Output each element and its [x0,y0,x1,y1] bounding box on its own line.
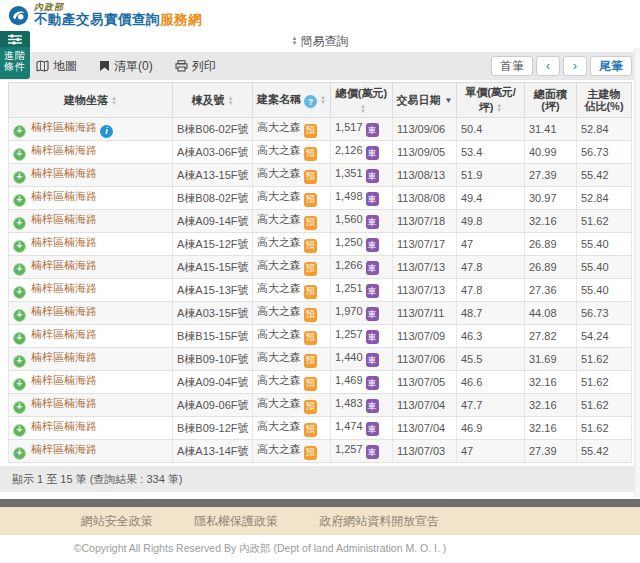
location-text: 楠梓區楠海路 [31,397,97,409]
print-label: 列印 [192,58,216,75]
expand-row-button[interactable]: + [13,424,26,437]
expand-row-button[interactable]: + [13,332,26,345]
unit-price: 47.7 [457,394,525,417]
table-row[interactable]: +楠梓區楠海路i B棟B06-02F號 高大之森預 1,517車 113/09/… [9,118,632,141]
first-page-button[interactable]: 首筆 [491,56,533,76]
advanced-criteria-tab[interactable]: 進階條件 [0,31,30,79]
info-icon[interactable]: i [100,125,113,138]
table-row[interactable]: +楠梓區楠海路i A棟A15-12F號 高大之森預 1,250車 113/07/… [9,233,632,256]
unit-price: 45.5 [457,348,525,371]
column-header-building[interactable]: 棟及號▲▼ [173,83,253,118]
total-area: 40.99 [525,141,577,164]
transaction-date: 113/07/13 [393,279,457,302]
sort-descending-icon: ▼ [445,96,453,105]
total-price-value: 1,498 [335,190,363,202]
total-price-value: 1,351 [335,167,363,179]
unit-price: 48.7 [457,302,525,325]
site-title-suffix: 服務網 [160,12,202,27]
project-name-text: 高大之森 [257,443,301,455]
transaction-date: 113/07/03 [393,440,457,463]
building-number: A棟A13-15F號 [173,164,253,187]
last-page-button[interactable]: 尾筆 [590,56,632,76]
main-building-ratio: 55.42 [577,440,632,463]
expand-row-button[interactable]: + [13,355,26,368]
expand-row-button[interactable]: + [13,401,26,414]
parking-badge: 車 [366,192,379,206]
table-row[interactable]: +楠梓區楠海路i B棟B09-10F號 高大之森預 1,440車 113/07/… [9,348,632,371]
parking-badge: 車 [366,215,379,229]
column-header-project[interactable]: 建案名稱?▲▼ [253,83,331,118]
location-text: 楠梓區楠海路 [31,374,97,386]
print-button[interactable]: 列印 [175,58,216,75]
expand-row-button[interactable]: + [13,217,26,230]
list-button[interactable]: 清單(0) [99,58,153,75]
expand-row-button[interactable]: + [13,194,26,207]
table-row[interactable]: +楠梓區楠海路i A棟A03-15F號 高大之森預 1,970車 113/07/… [9,302,632,325]
column-header-ratio[interactable]: 主建物佔比(%) [577,83,632,118]
footer-link-open-data[interactable]: 政府網站資料開放宣告 [319,513,439,530]
total-area: 27.36 [525,279,577,302]
building-number: A棟A09-04F號 [173,371,253,394]
footer-link-security-policy[interactable]: 網站安全政策 [81,513,153,530]
presale-badge: 預 [304,285,317,299]
unit-price: 46.6 [457,371,525,394]
unit-price: 47.8 [457,256,525,279]
expand-row-button[interactable]: + [13,171,26,184]
footer-link-privacy-policy[interactable]: 隱私權保護政策 [194,513,278,530]
transaction-date: 113/08/13 [393,164,457,187]
expand-row-button[interactable]: + [13,240,26,253]
presale-badge: 預 [304,377,317,391]
table-row[interactable]: +楠梓區楠海路i A棟A15-13F號 高大之森預 1,251車 113/07/… [9,279,632,302]
column-header-unit-price[interactable]: 單價(萬元/坪)▲▼ [457,83,525,118]
expand-row-button[interactable]: + [13,263,26,276]
expand-row-button[interactable]: + [13,447,26,460]
total-area: 30.97 [525,187,577,210]
table-row[interactable]: +楠梓區楠海路i A棟A09-14F號 高大之森預 1,560車 113/07/… [9,210,632,233]
location-text: 楠梓區楠海路 [31,351,97,363]
results-table-container: 建物坐落▲▼ 棟及號▲▼ 建案名稱?▲▼ 總價(萬元)▲▼ 交易日期▼ 單價(萬… [0,80,640,463]
table-row[interactable]: +楠梓區楠海路i B棟B15-15F號 高大之森預 1,257車 113/07/… [9,325,632,348]
location-text: 楠梓區楠海路 [31,282,97,294]
main-building-ratio: 55.40 [577,233,632,256]
table-row[interactable]: +楠梓區楠海路i A棟A15-15F號 高大之森預 1,266車 113/07/… [9,256,632,279]
table-row[interactable]: +楠梓區楠海路i A棟A03-06F號 高大之森預 2,126車 113/09/… [9,141,632,164]
query-mode-bar: ▲▼ 簡易查詢 [0,30,640,52]
expand-row-button[interactable]: + [13,125,26,138]
project-name-text: 高大之森 [257,282,301,294]
expand-row-button[interactable]: + [13,148,26,161]
sliders-icon [0,31,30,47]
total-price-value: 1,257 [335,443,363,455]
map-icon [36,60,49,72]
location-text: 楠梓區楠海路 [31,121,97,133]
table-row[interactable]: +楠梓區楠海路i A棟A09-06F號 高大之森預 1,483車 113/07/… [9,394,632,417]
main-building-ratio: 52.84 [577,187,632,210]
next-page-button[interactable]: › [563,56,587,76]
total-price-value: 1,483 [335,397,363,409]
prev-page-button[interactable]: ‹ [536,56,560,76]
transaction-date: 113/09/06 [393,118,457,141]
expand-row-button[interactable]: + [13,286,26,299]
query-mode-selector[interactable]: ▲▼ 簡易查詢 [292,33,349,50]
scrollbar-track[interactable] [634,48,640,498]
column-header-total-price[interactable]: 總價(萬元)▲▼ [331,83,393,118]
table-row[interactable]: +楠梓區楠海路i B棟B08-02F號 高大之森預 1,498車 113/08/… [9,187,632,210]
table-row[interactable]: +楠梓區楠海路i A棟A13-14F號 高大之森預 1,257車 113/07/… [9,440,632,463]
unit-price: 47.8 [457,279,525,302]
table-row[interactable]: +楠梓區楠海路i A棟A13-15F號 高大之森預 1,351車 113/08/… [9,164,632,187]
main-building-ratio: 51.62 [577,394,632,417]
table-row[interactable]: +楠梓區楠海路i A棟A09-04F號 高大之森預 1,469車 113/07/… [9,371,632,394]
table-row[interactable]: +楠梓區楠海路i B棟B09-12F號 高大之森預 1,474車 113/07/… [9,417,632,440]
expand-row-button[interactable]: + [13,378,26,391]
building-number: A棟A13-14F號 [173,440,253,463]
column-header-area[interactable]: 總面積(坪) [525,83,577,118]
column-header-location[interactable]: 建物坐落▲▼ [9,83,173,118]
presale-badge: 預 [304,170,317,184]
total-price-value: 2,126 [335,144,363,156]
help-icon[interactable]: ? [304,95,317,108]
main-building-ratio: 51.62 [577,417,632,440]
map-button[interactable]: 地圖 [36,58,77,75]
column-header-date[interactable]: 交易日期▼ [393,83,457,118]
transaction-date: 113/08/08 [393,187,457,210]
location-text: 楠梓區楠海路 [31,167,97,179]
expand-row-button[interactable]: + [13,309,26,322]
